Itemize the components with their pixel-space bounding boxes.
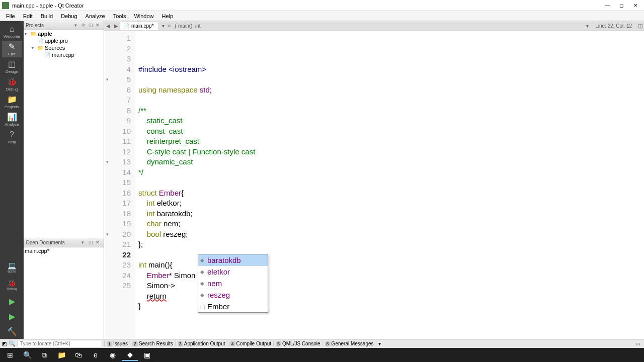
- opendocs-panel-title: Open Documents: [26, 240, 82, 245]
- line-col-status: Line: 22, Col: 12: [591, 23, 636, 29]
- autocomplete-item[interactable]: ◆reszeg: [198, 289, 268, 301]
- search-icon: 🔍: [9, 340, 16, 347]
- menu-analyze[interactable]: Analyze: [82, 12, 109, 20]
- debug-sel-button[interactable]: 🐞Debug: [2, 276, 22, 294]
- mode-projects[interactable]: 📁Projects: [2, 94, 22, 110]
- mode-sidebar: ⌂Welcome✎Edit◫Design🐞Debug📁Projects📊Anal…: [0, 21, 24, 339]
- app-icon: [2, 2, 9, 9]
- nav-back-icon[interactable]: ◀: [104, 23, 112, 29]
- taskview-icon[interactable]: ⧉: [36, 349, 52, 361]
- terminal-icon[interactable]: ▣: [139, 349, 155, 361]
- output-panel-general-messages[interactable]: 6General Messages: [323, 341, 376, 346]
- autocomplete-item[interactable]: ◆nem: [198, 278, 268, 289]
- mode-debug[interactable]: 🐞Debug: [2, 76, 22, 93]
- search-taskbar-icon[interactable]: 🔍: [19, 349, 35, 361]
- split-icon[interactable]: ◫: [89, 23, 95, 29]
- breadcrumb-text: main(): int: [178, 23, 200, 29]
- menu-file[interactable]: File: [2, 12, 19, 20]
- tab-file-name: main.cpp*: [131, 23, 153, 29]
- close-button[interactable]: ✕: [629, 1, 642, 10]
- line-gutter: 1234567891011121314151617181920212223242…: [110, 31, 134, 339]
- locator-input[interactable]: [18, 340, 102, 347]
- mode-design[interactable]: ◫Design: [2, 58, 22, 75]
- statusbar: ◩ 🔍 1Issues2Search Results3Application O…: [0, 339, 644, 348]
- mode-edit[interactable]: ✎Edit: [2, 41, 22, 57]
- autocomplete-item[interactable]: ◆eletkor: [198, 266, 268, 278]
- editor-body[interactable]: ▾▾▾ 123456789101112131415161718192021222…: [104, 31, 644, 339]
- progress-icon: ▭: [635, 341, 640, 346]
- sync-icon[interactable]: ⟳: [82, 23, 88, 29]
- opendocs-split-icon[interactable]: ◫: [89, 240, 95, 246]
- opendocs-panel-header: Open Documents ▾ ◫ ✕: [24, 238, 104, 247]
- nav-fwd-icon[interactable]: ▶: [112, 23, 120, 29]
- tab-dropdown-icon[interactable]: ▾: [159, 23, 167, 29]
- editor-menu-icon[interactable]: ▾: [583, 23, 591, 29]
- menu-debug[interactable]: Debug: [57, 12, 81, 20]
- output-panel-application-output[interactable]: 3Application Output: [175, 341, 227, 346]
- mode-welcome[interactable]: ⌂Welcome: [2, 23, 22, 40]
- editor-split-icon[interactable]: ◫: [636, 23, 644, 29]
- output-panel-qml-js-console[interactable]: 5QML/JS Console: [273, 341, 323, 346]
- run-button[interactable]: ▶: [2, 294, 22, 309]
- editor-area: ◀ ▶ 📄 main.cpp* ▾ ✕ ƒ main(): int ▾ Line…: [104, 21, 644, 339]
- opendocs-filter-icon[interactable]: ▾: [82, 240, 88, 246]
- output-panel-search-results[interactable]: 2Search Results: [130, 341, 175, 346]
- tree-item[interactable]: 📄apple.pro: [24, 37, 104, 44]
- close-panel-icon[interactable]: ✕: [96, 23, 102, 29]
- chrome-icon[interactable]: ◉: [105, 349, 121, 361]
- menubar: FileEditBuildDebugAnalyzeToolsWindowHelp: [0, 11, 644, 21]
- editor-tabs: ◀ ▶ 📄 main.cpp* ▾ ✕ ƒ main(): int ▾ Line…: [104, 21, 644, 31]
- tree-item[interactable]: 📄main.cpp: [24, 51, 104, 58]
- qtcreator-taskbar-icon[interactable]: ◆: [122, 349, 138, 361]
- tree-item[interactable]: ▾📁Sources: [24, 44, 104, 51]
- autocomplete-item[interactable]: ◆baratokdb: [198, 254, 268, 266]
- target-button[interactable]: 💻apple: [2, 258, 22, 276]
- tab-file-icon: 📄: [123, 23, 129, 29]
- mode-analyze[interactable]: 📊Analyze: [2, 111, 22, 128]
- filter-icon[interactable]: ▾: [74, 23, 80, 29]
- output-panel-compile-output[interactable]: 4Compile Output: [227, 341, 273, 346]
- breadcrumb-icon: ƒ: [174, 23, 177, 29]
- run-debug-button[interactable]: ▶: [2, 309, 22, 324]
- autocomplete-item[interactable]: ⬚Ember: [198, 301, 268, 312]
- window-title: main.cpp - apple - Qt Creator: [12, 3, 601, 9]
- menu-window[interactable]: Window: [130, 12, 157, 20]
- code-editor[interactable]: #include <iostream>using namespace std;/…: [134, 31, 644, 339]
- fold-column[interactable]: ▾▾▾: [104, 31, 110, 339]
- edge-icon[interactable]: e: [88, 349, 104, 361]
- projects-panel-title: Projects: [26, 23, 74, 28]
- mode-help[interactable]: ?Help: [2, 129, 22, 145]
- menu-build[interactable]: Build: [37, 12, 57, 20]
- panel-selector-icon[interactable]: ▾: [376, 341, 383, 346]
- projects-panel-header: Projects ▾ ⟳ ◫ ✕: [24, 21, 104, 30]
- store-icon[interactable]: 🛍: [70, 349, 87, 361]
- output-panel-issues[interactable]: 1Issues: [104, 341, 130, 346]
- output-panel-tabs: 1Issues2Search Results3Application Outpu…: [104, 341, 376, 346]
- project-tree[interactable]: ▾📁apple📄apple.pro▾📁Sources📄main.cpp: [24, 30, 104, 238]
- maximize-button[interactable]: ◻: [615, 1, 628, 10]
- minimize-button[interactable]: —: [601, 1, 614, 10]
- windows-taskbar: ⊞ 🔍 ⧉ 📁 🛍 e ◉ ◆ ▣: [0, 348, 644, 362]
- tab-close-icon[interactable]: ✕: [167, 23, 171, 29]
- opendoc-item[interactable]: main.cpp*: [24, 247, 104, 254]
- editor-tab[interactable]: 📄 main.cpp*: [120, 22, 159, 30]
- tree-item[interactable]: ▾📁apple: [24, 30, 104, 37]
- explorer-icon[interactable]: 📁: [53, 349, 69, 361]
- project-panel: Projects ▾ ⟳ ◫ ✕ ▾📁apple📄apple.pro▾📁Sour…: [24, 21, 104, 339]
- symbol-breadcrumb[interactable]: ƒ main(): int: [171, 23, 203, 29]
- menu-tools[interactable]: Tools: [109, 12, 130, 20]
- output-toggle-icon[interactable]: ◩: [2, 341, 7, 346]
- menu-edit[interactable]: Edit: [19, 12, 37, 20]
- menu-help[interactable]: Help: [158, 12, 178, 20]
- autocomplete-popup[interactable]: ◆baratokdb◆eletkor◆nem◆reszeg⬚Ember: [198, 254, 268, 313]
- build-button[interactable]: 🔨: [2, 324, 22, 339]
- titlebar: main.cpp - apple - Qt Creator — ◻ ✕: [0, 0, 644, 11]
- start-button[interactable]: ⊞: [2, 349, 18, 361]
- opendocs-close-icon[interactable]: ✕: [96, 240, 102, 246]
- opendocs-list[interactable]: main.cpp*: [24, 247, 104, 339]
